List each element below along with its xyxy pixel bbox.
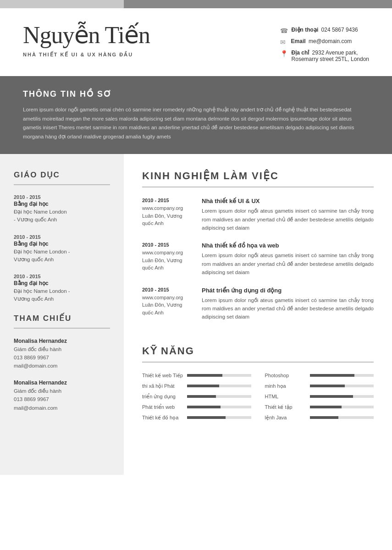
edu-degree-2: Bằng đại học bbox=[14, 280, 110, 286]
exp-left-2: 2010 - 2015 www.company.orgLuân Đôn, Vươ… bbox=[142, 287, 193, 321]
skill-left-1: thi xã hội Phát bbox=[142, 383, 251, 389]
experience-title: KINH NGHIỆM LÀM VIỆC bbox=[142, 170, 374, 182]
skill-bar-bg-right-0 bbox=[310, 374, 374, 377]
skill-bar-bg-left-4 bbox=[187, 416, 251, 419]
skill-bar-bg-right-2 bbox=[310, 395, 374, 398]
address-label: Địa chỉ bbox=[292, 50, 309, 56]
skill-bar-fill-left-1 bbox=[187, 385, 219, 387]
skill-bar-fill-right-0 bbox=[310, 374, 355, 377]
skill-right-4: lệnh Java bbox=[265, 415, 374, 421]
references-divider bbox=[14, 328, 110, 329]
exp-right-0: Nhà thiết kế UI & UX Lorem ipsum dolor n… bbox=[202, 198, 374, 232]
phone-icon: ☎ bbox=[280, 27, 288, 34]
edu-year-2: 2010 - 2015 bbox=[14, 274, 110, 279]
exp-company-1: www.company.orgLuân Đôn, Vươngquốc Anh bbox=[142, 249, 193, 272]
experience-item-1: 2010 - 2015 www.company.orgLuân Đôn, Vươ… bbox=[142, 242, 374, 276]
skill-name-left-2: triển ứng dụng bbox=[142, 394, 183, 400]
profile-title: THÔNG TIN HỒ SƠ bbox=[23, 89, 369, 99]
skill-bar-bg-left-3 bbox=[187, 406, 251, 408]
exp-job-title-2: Phát triển ứng dụng di động bbox=[202, 287, 374, 294]
skill-right-3: Thiết kế tập bbox=[265, 404, 374, 410]
skill-name-left-4: Thiết kế đồ họa bbox=[142, 415, 183, 421]
experience-list: 2010 - 2015 www.company.orgLuân Đôn, Vươ… bbox=[142, 198, 374, 331]
contact-email: ✉ Email me@domain.com bbox=[280, 38, 369, 46]
skill-name-right-3: Thiết kế tập bbox=[265, 404, 306, 410]
sidebar: GIÁO DỤC 2010 - 2015 Bằng đại học Đại họ… bbox=[0, 154, 124, 475]
skill-name-right-1: minh họa bbox=[265, 383, 306, 389]
edu-degree-1: Bằng đại học bbox=[14, 241, 110, 247]
skills-divider bbox=[142, 362, 374, 363]
top-bar-left bbox=[0, 0, 124, 8]
phone-label: Điện thoại bbox=[292, 27, 319, 33]
education-divider bbox=[14, 184, 110, 185]
ref-name-1: Monalisa Hernandez bbox=[14, 380, 110, 386]
ref-detail-0: Giám đốc điều hành013 8869 9967mail@doma… bbox=[14, 345, 110, 370]
references-title: THAM CHIẾU bbox=[14, 314, 110, 323]
address-icon: 📍 bbox=[280, 50, 288, 57]
address-line1: 2932 Avenue park, bbox=[312, 50, 358, 56]
skill-left-0: Thiết kế web Tiếp bbox=[142, 373, 251, 379]
skill-bar-fill-right-3 bbox=[310, 406, 342, 408]
main-right: KINH NGHIỆM LÀM VIỆC 2010 - 2015 www.com… bbox=[124, 154, 392, 475]
edu-year-1: 2010 - 2015 bbox=[14, 234, 110, 240]
exp-year-0: 2010 - 2015 bbox=[142, 198, 193, 203]
skill-bar-bg-left-2 bbox=[187, 395, 251, 398]
education-item-2: 2010 - 2015 Bằng đại học Đại học Name Lo… bbox=[14, 274, 110, 303]
skill-name-right-4: lệnh Java bbox=[265, 415, 306, 421]
profile-text: Lorem ipsum dolor ngồi gametis omai chèn… bbox=[23, 105, 369, 141]
header-left: Nguyễn Tiến NHÀ THIẾT KẾ UI & UX HÀNG ĐẦ… bbox=[23, 22, 150, 58]
skill-name-right-0: Photoshop bbox=[265, 373, 306, 378]
reference-item-0: Monalisa Hernandez Giám đốc điều hành013… bbox=[14, 338, 110, 370]
experience-item-2: 2010 - 2015 www.company.orgLuân Đôn, Vươ… bbox=[142, 287, 374, 321]
contact-address: 📍 Địa chỉ 2932 Avenue park, Rosemarry st… bbox=[280, 50, 369, 62]
top-bar-right bbox=[124, 0, 392, 8]
exp-desc-1: Lorem ipsum dolor ngồi ateus gametis ini… bbox=[202, 251, 374, 276]
experience-divider bbox=[142, 187, 374, 187]
reference-item-1: Monalisa Hernandez Giám đốc điều hành013… bbox=[14, 380, 110, 412]
skill-bar-bg-right-4 bbox=[310, 416, 374, 419]
education-title: GIÁO DỤC bbox=[14, 170, 110, 180]
ref-name-0: Monalisa Hernandez bbox=[14, 338, 110, 344]
skills-title: KỸ NĂNG bbox=[142, 345, 374, 357]
skill-bar-fill-right-1 bbox=[310, 385, 345, 387]
skill-name-right-2: HTML bbox=[265, 394, 306, 399]
edu-degree-0: Bằng đại học bbox=[14, 201, 110, 207]
education-item-0: 2010 - 2015 Bằng đại học Đại học Name Lo… bbox=[14, 194, 110, 224]
education-item-1: 2010 - 2015 Bằng đại học Đại học Name Lo… bbox=[14, 234, 110, 264]
exp-year-2: 2010 - 2015 bbox=[142, 287, 193, 292]
edu-school-2: Đại học Name London -Vương quốc Anh bbox=[14, 287, 110, 303]
exp-job-title-1: Nhà thiết kế đồ họa và web bbox=[202, 242, 374, 249]
skill-bar-fill-right-4 bbox=[310, 416, 339, 419]
ref-detail-1: Giám đốc điều hành013 8869 9967mail@doma… bbox=[14, 387, 110, 412]
skill-bar-fill-left-3 bbox=[187, 406, 221, 408]
skill-right-2: HTML bbox=[265, 394, 374, 400]
exp-right-2: Phát triển ứng dụng di động Lorem ipsum … bbox=[202, 287, 374, 321]
skill-bar-fill-left-0 bbox=[187, 374, 222, 377]
email-icon: ✉ bbox=[280, 38, 287, 46]
skill-left-4: Thiết kế đồ họa bbox=[142, 415, 251, 421]
skill-name-left-3: Phát triển web bbox=[142, 404, 183, 410]
contact-phone: ☎ Điện thoại 024 5867 9436 bbox=[280, 27, 369, 34]
exp-job-title-0: Nhà thiết kế UI & UX bbox=[202, 198, 374, 204]
skill-bar-bg-right-1 bbox=[310, 385, 374, 387]
exp-desc-2: Lorem ipsum dolor ngồi ateus gametis ini… bbox=[202, 296, 374, 321]
email-label: Email bbox=[291, 38, 306, 44]
top-bar bbox=[0, 0, 392, 8]
resume-page: Nguyễn Tiến NHÀ THIẾT KẾ UI & UX HÀNG ĐẦ… bbox=[0, 0, 392, 550]
header-name: Nguyễn Tiến bbox=[23, 22, 150, 48]
main-content: GIÁO DỤC 2010 - 2015 Bằng đại học Đại họ… bbox=[0, 154, 392, 475]
exp-company-2: www.company.orgLuân Đôn, Vươngquốc Anh bbox=[142, 294, 193, 317]
exp-right-1: Nhà thiết kế đồ họa và web Lorem ipsum d… bbox=[202, 242, 374, 276]
skill-bar-bg-left-1 bbox=[187, 385, 251, 387]
exp-left-1: 2010 - 2015 www.company.orgLuân Đôn, Vươ… bbox=[142, 242, 193, 276]
exp-left-0: 2010 - 2015 www.company.orgLuân Đôn, Vươ… bbox=[142, 198, 193, 232]
skill-name-left-1: thi xã hội Phát bbox=[142, 383, 183, 389]
exp-company-0: www.company.orgLuân Đôn, Vươngquốc Anh bbox=[142, 204, 193, 227]
header: Nguyễn Tiến NHÀ THIẾT KẾ UI & UX HÀNG ĐẦ… bbox=[0, 8, 392, 76]
skill-right-1: minh họa bbox=[265, 383, 374, 389]
phone-value: 024 5867 9436 bbox=[321, 27, 358, 33]
header-contact: ☎ Điện thoại 024 5867 9436 ✉ Email me@do… bbox=[280, 27, 369, 62]
skill-bar-fill-right-2 bbox=[310, 395, 353, 398]
skill-left-2: triển ứng dụng bbox=[142, 394, 251, 400]
address-line2: Rosemarry street 25TL, London bbox=[292, 56, 369, 62]
